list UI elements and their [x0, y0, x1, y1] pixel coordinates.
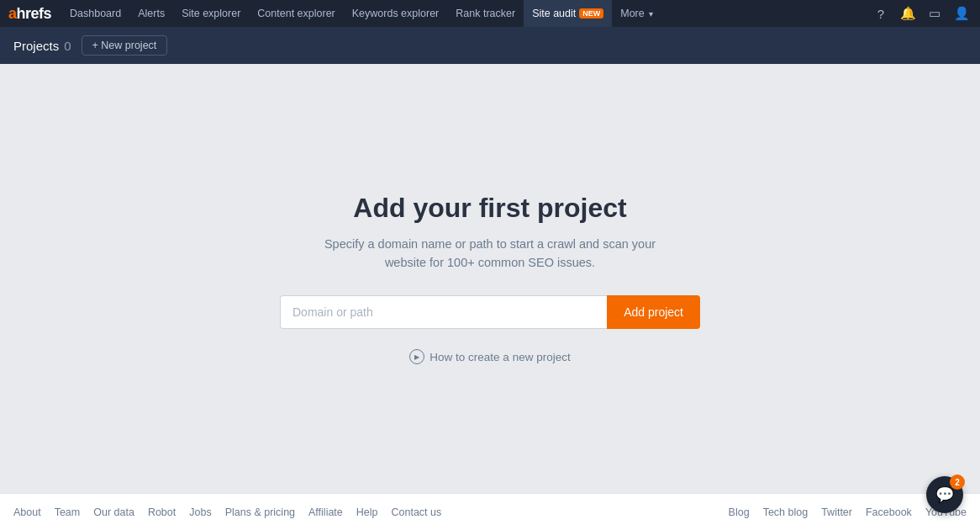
chat-icon: 💬: [935, 485, 954, 504]
user-icon[interactable]: 👤: [951, 3, 972, 24]
footer-team[interactable]: Team: [55, 506, 81, 518]
footer-our-data[interactable]: Our data: [93, 506, 134, 518]
screen-icon[interactable]: ▭: [925, 3, 945, 24]
nav-content-explorer[interactable]: Content explorer: [249, 0, 343, 27]
domain-input[interactable]: [280, 295, 607, 329]
help-icon[interactable]: ?: [871, 3, 891, 24]
nav-right-actions: ? 🔔 ▭ 👤: [871, 3, 972, 24]
hero-subtitle: Specify a domain name or path to start a…: [324, 236, 656, 273]
logo[interactable]: ahrefs: [8, 5, 51, 23]
footer-jobs[interactable]: Jobs: [189, 506, 211, 518]
projects-title: Projects 0: [13, 39, 71, 53]
nav-dashboard[interactable]: Dashboard: [61, 0, 129, 27]
nav-keywords-explorer[interactable]: Keywords explorer: [344, 0, 448, 27]
logo-a: a: [8, 5, 17, 22]
nav-site-explorer[interactable]: Site explorer: [173, 0, 249, 27]
projects-count: 0: [64, 39, 71, 53]
footer-robot[interactable]: Robot: [148, 506, 176, 518]
footer-tech-blog[interactable]: Tech blog: [763, 506, 809, 518]
main-content: Add your first project Specify a domain …: [0, 64, 980, 493]
chat-widget[interactable]: 💬 2: [926, 476, 963, 513]
play-icon: ▶: [409, 349, 424, 364]
footer-affiliate[interactable]: Affiliate: [308, 506, 343, 518]
notifications-icon[interactable]: 🔔: [898, 3, 918, 24]
footer-blog[interactable]: Blog: [729, 506, 750, 518]
hero-title: Add your first project: [353, 193, 626, 224]
footer: About Team Our data Robot Jobs Plans & p…: [0, 493, 980, 530]
projects-bar: Projects 0 + New project: [0, 27, 980, 64]
add-project-button[interactable]: Add project: [607, 295, 700, 329]
footer-help[interactable]: Help: [356, 506, 378, 518]
footer-left-links: About Team Our data Robot Jobs Plans & p…: [13, 506, 441, 518]
footer-about[interactable]: About: [13, 506, 41, 518]
new-project-button[interactable]: + New project: [82, 35, 168, 56]
domain-search-row: Add project: [280, 295, 700, 329]
chevron-down-icon: ▾: [649, 9, 653, 19]
nav-more[interactable]: More ▾: [612, 0, 661, 27]
nav-site-audit[interactable]: Site audit NEW: [524, 0, 612, 27]
nav-links: Dashboard Alerts Site explorer Content e…: [61, 0, 871, 27]
logo-rest: hrefs: [17, 5, 52, 22]
footer-twitter[interactable]: Twitter: [821, 506, 852, 518]
chat-badge: 2: [950, 474, 965, 490]
footer-contact[interactable]: Contact us: [392, 506, 442, 518]
footer-plans-pricing[interactable]: Plans & pricing: [225, 506, 295, 518]
top-navigation: ahrefs Dashboard Alerts Site explorer Co…: [0, 0, 980, 27]
new-badge: NEW: [579, 8, 603, 19]
nav-rank-tracker[interactable]: Rank tracker: [447, 0, 524, 27]
footer-facebook[interactable]: Facebook: [866, 506, 912, 518]
how-to-link[interactable]: ▶ How to create a new project: [409, 349, 570, 364]
nav-alerts[interactable]: Alerts: [129, 0, 173, 27]
